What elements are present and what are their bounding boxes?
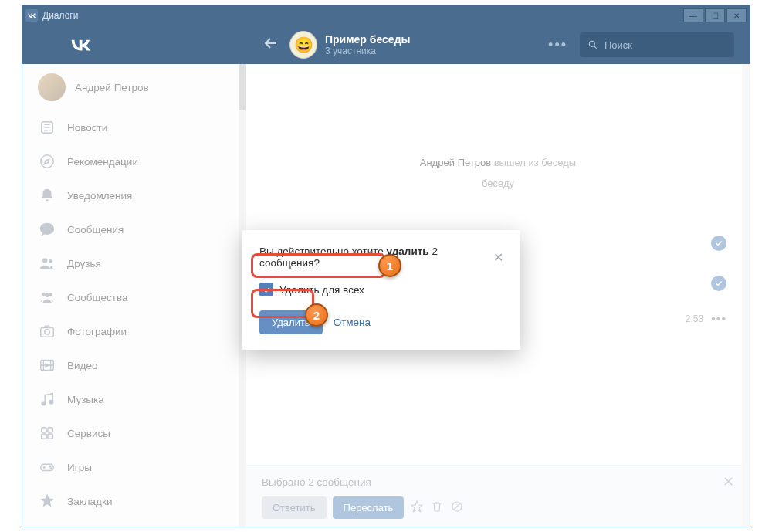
checkbox-icon xyxy=(259,283,273,296)
chat-avatar[interactable]: 😄 xyxy=(290,31,317,59)
window-titlebar: Диалоги — ☐ ✕ xyxy=(22,5,750,25)
close-window-button[interactable]: ✕ xyxy=(726,8,747,22)
search-input[interactable]: Поиск xyxy=(580,32,734,57)
back-button[interactable] xyxy=(262,34,280,56)
vk-logo-icon[interactable] xyxy=(69,33,92,56)
app-header: 😄 Пример беседы 3 участника ••• Поиск xyxy=(22,25,750,64)
confirm-delete-button[interactable]: Удалить xyxy=(259,310,323,334)
search-icon xyxy=(587,39,598,50)
chat-subtitle: 3 участника xyxy=(325,46,410,56)
chat-menu-button[interactable]: ••• xyxy=(548,37,567,53)
delete-for-all-checkbox[interactable]: Удалить для всех xyxy=(259,283,503,296)
window-title: Диалоги xyxy=(42,10,78,21)
minimize-button[interactable]: — xyxy=(683,8,703,22)
vk-mini-icon xyxy=(25,9,38,22)
maximize-button[interactable]: ☐ xyxy=(705,8,725,22)
svg-point-0 xyxy=(589,41,594,46)
modal-close-button[interactable]: ✕ xyxy=(493,250,503,265)
modal-question: Вы действительно хотите удалить 2 сообще… xyxy=(259,246,493,269)
cancel-link[interactable]: Отмена xyxy=(334,317,371,328)
chat-title[interactable]: Пример беседы xyxy=(325,33,410,46)
delete-confirm-modal: Вы действительно хотите удалить 2 сообще… xyxy=(242,230,520,350)
